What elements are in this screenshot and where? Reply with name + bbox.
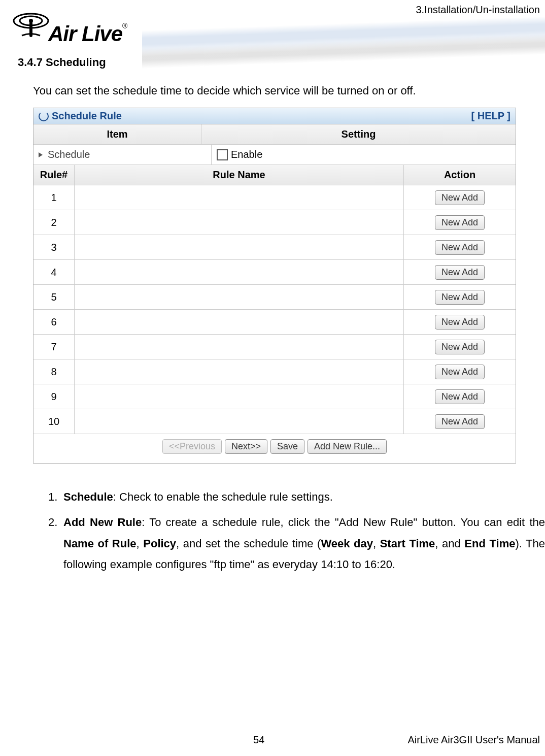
rule-name-cell	[75, 235, 404, 259]
rule-name-cell	[75, 285, 404, 309]
list-bold: Name of Rule	[63, 537, 137, 550]
new-add-button[interactable]: New Add	[435, 215, 485, 230]
rule-name-cell	[75, 260, 404, 284]
schedule-enable-row: Schedule Enable	[33, 145, 516, 165]
new-add-button[interactable]: New Add	[435, 389, 485, 404]
help-link[interactable]: [ HELP ]	[471, 110, 510, 122]
rule-name-cell	[75, 335, 404, 359]
list-text: ,	[373, 537, 380, 550]
list-item: 1. Schedule: Check to enable the schedul…	[48, 486, 545, 508]
rule-num: 6	[33, 310, 75, 334]
rule-num: 10	[33, 409, 75, 434]
section-title: 3.4.7 Scheduling	[18, 56, 545, 69]
panel-title: Schedule Rule	[52, 110, 122, 122]
list-bold: Week day	[321, 537, 373, 550]
rule-num: 4	[33, 260, 75, 284]
airlive-logo: Air Live®	[13, 8, 145, 48]
intro-text: You can set the schedule time to decide …	[33, 84, 545, 97]
triangle-right-icon	[39, 152, 43, 157]
table-row: 2New Add	[33, 210, 516, 235]
new-add-button[interactable]: New Add	[435, 265, 485, 280]
rule-name-cell	[75, 185, 404, 210]
logo-registered: ®	[122, 22, 127, 30]
svg-rect-3	[29, 21, 32, 37]
list-text: : To create a schedule rule, click the "…	[142, 516, 545, 529]
add-new-rule-button[interactable]: Add New Rule...	[308, 439, 387, 454]
list-text: , and set the schedule time (	[176, 537, 321, 550]
list-bold: Start Time	[380, 537, 435, 550]
next-button[interactable]: Next>>	[225, 439, 267, 454]
panel-footer: <<Previous Next>> Save Add New Rule...	[33, 434, 516, 463]
table-row: 3New Add	[33, 235, 516, 260]
rule-name-cell	[75, 310, 404, 334]
page-number: 54	[244, 734, 274, 746]
rule-num: 2	[33, 210, 75, 235]
schedule-rule-panel: Schedule Rule [ HELP ] Item Setting Sche…	[33, 108, 516, 464]
table-row: 5New Add	[33, 285, 516, 310]
header-setting: Setting	[201, 124, 516, 144]
rule-num: 9	[33, 384, 75, 409]
new-add-button[interactable]: New Add	[435, 414, 485, 429]
new-add-button[interactable]: New Add	[435, 315, 485, 330]
list-num: 1.	[48, 486, 63, 508]
list-bold: Policy	[143, 537, 176, 550]
list-text: ,	[137, 537, 144, 550]
header-action: Action	[404, 165, 516, 185]
table-row: 10New Add	[33, 409, 516, 434]
header-rule-num: Rule#	[33, 165, 75, 185]
manual-title: AirLive Air3GII User's Manual	[407, 734, 540, 746]
rule-num: 8	[33, 359, 75, 384]
refresh-icon	[39, 111, 49, 121]
logo-text: Air Live	[48, 22, 122, 46]
table-row: 7New Add	[33, 335, 516, 359]
schedule-label: Schedule	[48, 149, 90, 160]
new-add-button[interactable]: New Add	[435, 290, 485, 305]
rule-name-cell	[75, 409, 404, 434]
rule-name-cell	[75, 359, 404, 384]
list-bold: Schedule	[63, 490, 113, 503]
list-bold: End Time	[464, 537, 515, 550]
rule-num: 3	[33, 235, 75, 259]
new-add-button[interactable]: New Add	[435, 190, 485, 205]
table-row: 4New Add	[33, 260, 516, 285]
page-footer: 54 AirLive Air3GII User's Manual	[0, 734, 540, 746]
settings-header-row: Item Setting	[33, 124, 516, 145]
save-button[interactable]: Save	[270, 439, 304, 454]
rule-name-cell	[75, 210, 404, 235]
list-num: 2.	[48, 512, 63, 575]
list-bold: Add New Rule	[63, 516, 142, 529]
table-row: 6New Add	[33, 310, 516, 335]
header-item: Item	[33, 124, 201, 144]
table-row: 8New Add	[33, 359, 516, 384]
list-text: : Check to enable the schedule rule sett…	[113, 490, 333, 503]
header-rule-name: Rule Name	[75, 165, 404, 185]
panel-header: Schedule Rule [ HELP ]	[33, 108, 516, 124]
rules-header-row: Rule# Rule Name Action	[33, 165, 516, 185]
rule-num: 5	[33, 285, 75, 309]
table-row: 1New Add	[33, 185, 516, 210]
list-text: , and	[435, 537, 464, 550]
enable-label: Enable	[231, 149, 262, 160]
rule-num: 7	[33, 335, 75, 359]
breadcrumb: 3.Installation/Un-installation	[416, 4, 540, 16]
new-add-button[interactable]: New Add	[435, 240, 485, 255]
list-item: 2. Add New Rule: To create a schedule ru…	[48, 512, 545, 575]
enable-checkbox[interactable]	[217, 149, 228, 160]
rule-num: 1	[33, 185, 75, 210]
previous-button: <<Previous	[162, 439, 222, 454]
instruction-list: 1. Schedule: Check to enable the schedul…	[48, 486, 545, 575]
table-row: 9New Add	[33, 384, 516, 409]
new-add-button[interactable]: New Add	[435, 365, 485, 379]
new-add-button[interactable]: New Add	[435, 340, 485, 354]
rule-name-cell	[75, 384, 404, 409]
